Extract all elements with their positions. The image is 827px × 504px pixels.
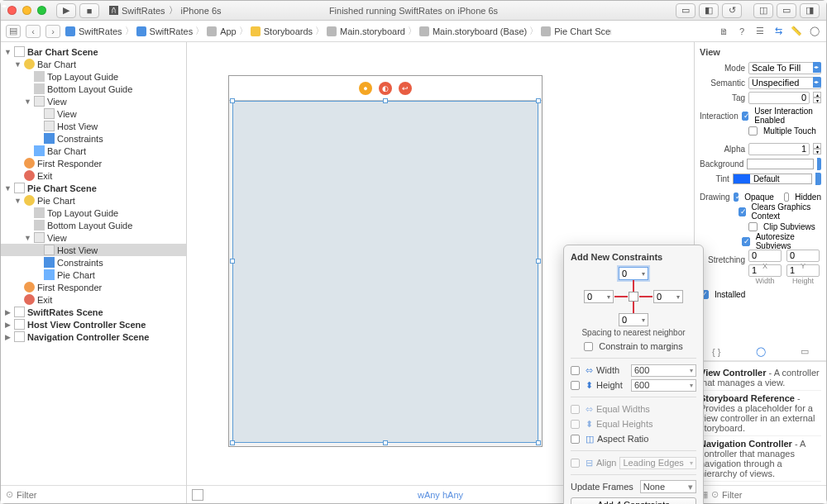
media-library-tab-icon[interactable]: ▭ bbox=[801, 346, 809, 357]
tree-row[interactable]: First Responder bbox=[1, 157, 186, 169]
tree-row[interactable]: Constraints bbox=[1, 132, 186, 145]
document-outline-toggle-icon[interactable] bbox=[192, 489, 203, 501]
zoom-window-button[interactable] bbox=[37, 6, 46, 15]
file-inspector-tab[interactable]: 🗎 bbox=[717, 25, 730, 38]
breadcrumb-item[interactable]: Main.storyboard (Base) bbox=[419, 26, 527, 36]
exit-icon[interactable]: ↩ bbox=[399, 82, 412, 95]
run-button[interactable]: ▶ bbox=[56, 3, 76, 18]
file-template-tab-icon[interactable]: { } bbox=[712, 347, 720, 357]
stretch-x-field[interactable]: 0 bbox=[748, 250, 782, 262]
breadcrumb-item[interactable]: Main.storyboard bbox=[327, 26, 405, 36]
tree-row[interactable]: ▼Pie Chart Scene bbox=[1, 182, 186, 194]
toggle-inspector-button[interactable]: ◨ bbox=[800, 3, 820, 18]
scene-icon[interactable]: ● bbox=[359, 82, 372, 95]
alpha-stepper[interactable]: ▴▾ bbox=[813, 143, 821, 155]
tree-row[interactable]: ▼Bar Chart Scene bbox=[1, 45, 186, 58]
tree-row[interactable]: Top Layout Guide bbox=[1, 207, 186, 219]
breadcrumb-item[interactable]: SwiftRates bbox=[136, 26, 194, 36]
first-responder-icon[interactable]: ◐ bbox=[379, 82, 392, 95]
breadcrumb-item[interactable]: App bbox=[207, 26, 237, 36]
stretch-h-field[interactable]: 1 bbox=[786, 264, 820, 277]
go-back-button[interactable]: ‹ bbox=[26, 25, 41, 38]
breadcrumb-item[interactable]: SwiftRates bbox=[65, 26, 122, 36]
tree-row[interactable]: Exit bbox=[1, 293, 186, 306]
aspect-ratio-checkbox[interactable] bbox=[571, 435, 580, 444]
view-controller-frame[interactable]: ● ◐ ↩ bbox=[228, 75, 543, 447]
object-library-list[interactable]: View Controller - A controller that mana… bbox=[695, 361, 826, 485]
hidden-checkbox[interactable] bbox=[784, 193, 790, 202]
constrain-margins-checkbox[interactable] bbox=[584, 342, 593, 351]
align-value-popup[interactable]: Leading Edges bbox=[619, 457, 696, 469]
version-editor-button[interactable]: ↺ bbox=[722, 3, 742, 18]
tree-row[interactable]: Bar Chart bbox=[1, 145, 186, 157]
tree-row[interactable]: ▶Navigation Controller Scene bbox=[1, 330, 186, 343]
tree-row[interactable]: ▼View bbox=[1, 231, 186, 244]
navigator-filter-input[interactable] bbox=[17, 490, 181, 500]
breadcrumb-item[interactable]: Pie Chart Scene bbox=[541, 26, 611, 36]
user-interaction-checkbox[interactable] bbox=[742, 112, 749, 121]
quick-help-tab[interactable]: ? bbox=[735, 25, 748, 38]
stretch-y-field[interactable]: 0 bbox=[786, 250, 820, 262]
identity-inspector-tab[interactable]: ☰ bbox=[753, 25, 767, 38]
equal-heights-checkbox[interactable] bbox=[571, 420, 580, 429]
outline-toggle-button[interactable]: ▤ bbox=[6, 25, 21, 38]
close-window-button[interactable] bbox=[7, 6, 17, 15]
resize-handle[interactable] bbox=[536, 440, 541, 445]
update-frames-popup[interactable]: None▾ bbox=[640, 480, 696, 493]
stretch-w-field[interactable]: 1 bbox=[748, 264, 782, 277]
multiple-touch-checkbox[interactable] bbox=[748, 126, 758, 136]
breadcrumb-item[interactable]: Storyboards bbox=[251, 26, 313, 36]
height-value-field[interactable]: 600 bbox=[631, 379, 696, 392]
semantic-popup[interactable]: Unspecified bbox=[748, 77, 821, 89]
tree-row[interactable]: ▼View bbox=[1, 95, 186, 107]
resize-handle[interactable] bbox=[536, 98, 541, 103]
toggle-debug-area-button[interactable]: ▭ bbox=[777, 3, 796, 18]
opaque-checkbox[interactable] bbox=[734, 193, 739, 202]
library-tabs[interactable]: { } ◯ ▭ bbox=[695, 343, 826, 361]
go-forward-button[interactable]: › bbox=[45, 25, 60, 38]
library-filter-input[interactable] bbox=[722, 490, 826, 500]
background-colorwell[interactable] bbox=[747, 159, 813, 169]
resize-handle[interactable] bbox=[383, 440, 388, 445]
standard-editor-button[interactable]: ▭ bbox=[676, 3, 696, 18]
connections-inspector-tab[interactable]: ◯ bbox=[808, 25, 821, 38]
size-inspector-tab[interactable]: 📏 bbox=[790, 25, 803, 38]
breadcrumb[interactable]: SwiftRates〉SwiftRates〉App〉Storyboards〉Ma… bbox=[65, 25, 611, 37]
height-checkbox[interactable] bbox=[571, 381, 580, 390]
toggle-navigator-button[interactable]: ◫ bbox=[753, 3, 773, 18]
attributes-inspector-tab[interactable]: ⇆ bbox=[772, 25, 785, 38]
tree-row[interactable]: ▼Bar Chart bbox=[1, 58, 186, 70]
tree-row[interactable]: Top Layout Guide bbox=[1, 70, 186, 83]
autoresize-checkbox[interactable] bbox=[742, 237, 750, 246]
clip-checkbox[interactable] bbox=[748, 222, 758, 231]
resize-handle[interactable] bbox=[230, 259, 235, 264]
align-checkbox[interactable] bbox=[571, 459, 580, 468]
resize-handle[interactable] bbox=[536, 259, 541, 264]
resize-handle[interactable] bbox=[230, 98, 235, 103]
tag-stepper[interactable]: ▴▾ bbox=[813, 92, 821, 103]
scheme-selector[interactable]: SwiftRates bbox=[122, 6, 165, 16]
right-spacing-field[interactable]: 0▾ bbox=[653, 290, 683, 303]
mode-popup[interactable]: Scale To Fill bbox=[748, 62, 821, 74]
tree-row[interactable]: ▶SwiftRates Scene bbox=[1, 306, 186, 318]
tree-row[interactable]: ▼Pie Chart bbox=[1, 194, 186, 207]
tree-row[interactable]: Constraints bbox=[1, 256, 186, 269]
tree-row[interactable]: Host View bbox=[1, 120, 186, 132]
host-view-selection[interactable] bbox=[232, 101, 538, 443]
tree-row[interactable]: Host View bbox=[1, 244, 186, 256]
tree-row[interactable]: Exit bbox=[1, 169, 186, 182]
bottom-spacing-field[interactable]: 0▾ bbox=[619, 313, 648, 326]
library-item[interactable]: Navigation Controller - A controller tha… bbox=[700, 436, 821, 482]
object-library-tab-icon[interactable]: ◯ bbox=[756, 346, 766, 357]
top-spacing-field[interactable]: 0▾ bbox=[619, 267, 648, 280]
library-item[interactable]: Storyboard Reference - Provides a placeh… bbox=[700, 391, 821, 436]
tree-row[interactable]: Bottom Layout Guide bbox=[1, 83, 186, 95]
tree-row[interactable]: First Responder bbox=[1, 281, 186, 293]
resize-handle[interactable] bbox=[230, 440, 235, 445]
tint-colorwell[interactable]: Default bbox=[733, 174, 813, 184]
resize-handle[interactable] bbox=[383, 98, 388, 103]
tree-row[interactable]: Bottom Layout Guide bbox=[1, 219, 186, 231]
tree-row[interactable]: Pie Chart bbox=[1, 269, 186, 281]
tree-row[interactable]: View bbox=[1, 107, 186, 120]
scene-tree[interactable]: ▼Bar Chart Scene▼Bar ChartTop Layout Gui… bbox=[1, 42, 186, 485]
